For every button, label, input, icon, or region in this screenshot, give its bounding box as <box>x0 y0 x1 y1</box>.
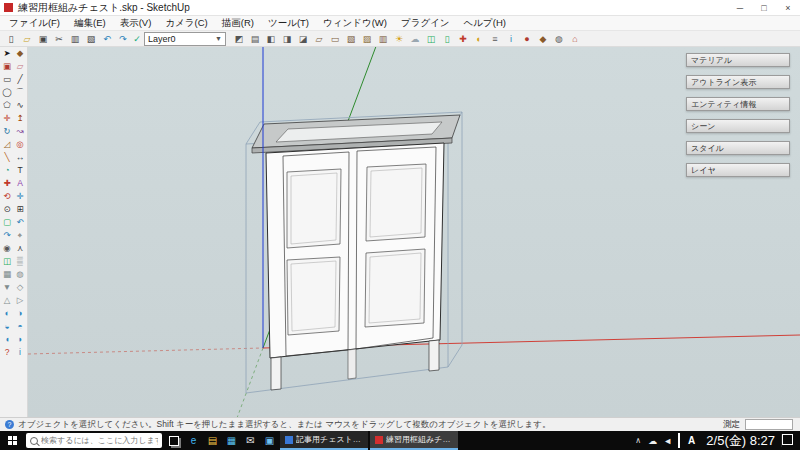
section-cut-toggle-icon[interactable]: ▯ <box>439 32 455 46</box>
model-info-button[interactable]: i <box>14 346 27 359</box>
layer-dropdown[interactable]: Layer0 ▼ <box>144 32 226 46</box>
materials-browser-icon[interactable]: ● <box>519 32 535 46</box>
taskbar-search[interactable] <box>26 433 162 448</box>
menu-item[interactable]: ウィンドウ(W) <box>316 17 394 30</box>
drape-tool[interactable]: ◇ <box>14 281 27 294</box>
taskbar-window-practice-chest[interactable]: 練習用框組みチェスト... <box>370 431 458 450</box>
text-tool[interactable]: T <box>14 164 27 177</box>
zoom-window-tool[interactable]: ⊞ <box>14 203 27 216</box>
zoom-extents-tool[interactable]: ▢ <box>1 216 14 229</box>
shadow-toggle-icon[interactable]: ☀ <box>391 32 407 46</box>
speaker-icon[interactable]: ◄ <box>660 436 675 446</box>
smoove-tool[interactable]: ◍ <box>14 268 27 281</box>
move-tool[interactable]: ✛ <box>1 112 14 125</box>
close-button[interactable]: × <box>776 0 800 15</box>
3d-text-tool[interactable]: A <box>14 177 27 190</box>
pinned-store-icon[interactable]: ▦ <box>222 431 241 450</box>
menu-item[interactable]: 描画(R) <box>215 17 261 30</box>
cabinet-center-leg[interactable] <box>348 349 356 379</box>
chevron-up-icon[interactable]: ∧ <box>631 436 645 445</box>
line-tool[interactable]: ╱ <box>14 73 27 86</box>
right-door-lower-panel[interactable] <box>365 249 425 327</box>
open-file-icon[interactable]: ▱ <box>19 32 35 46</box>
position-camera-tool[interactable]: ⌖ <box>14 229 27 242</box>
view-right-icon[interactable]: ◨ <box>279 32 295 46</box>
network-icon[interactable] <box>675 433 683 448</box>
undo-icon[interactable]: ↶ <box>99 32 115 46</box>
view-iso-icon[interactable]: ◩ <box>231 32 247 46</box>
menu-item[interactable]: 表示(V) <box>113 17 159 30</box>
protractor-tool[interactable]: ◔ <box>1 164 14 177</box>
pinned-mail-icon[interactable]: ✉ <box>241 431 260 450</box>
cabinet-model[interactable] <box>252 115 460 390</box>
action-center-button[interactable] <box>781 434 800 447</box>
panel-outliner[interactable]: アウトライン表示 <box>686 75 790 89</box>
taskbar-window-article-chest[interactable]: 記事用チェスト各種フ... <box>280 431 368 450</box>
styles-browser-icon[interactable]: ◍ <box>551 32 567 46</box>
solid-trim-tool[interactable]: ◒ <box>1 320 14 333</box>
maximize-button[interactable]: □ <box>752 0 776 15</box>
solid-union-tool[interactable]: ◐ <box>1 307 14 320</box>
walk-tool[interactable]: ⋏ <box>14 242 27 255</box>
left-door-lower-panel[interactable] <box>287 257 340 335</box>
menu-item[interactable]: 編集(E) <box>67 17 113 30</box>
components-browser-icon[interactable]: ◆ <box>535 32 551 46</box>
save-file-icon[interactable]: ▣ <box>35 32 51 46</box>
tape-measure-tool[interactable]: ╲ <box>1 151 14 164</box>
start-button[interactable] <box>0 431 24 450</box>
cabinet-right-leg[interactable] <box>429 340 439 371</box>
task-view-button[interactable] <box>164 431 184 450</box>
follow-me-tool[interactable]: ↝ <box>14 125 27 138</box>
section-plane-tool[interactable]: ◫ <box>1 255 14 268</box>
entity-info-icon[interactable]: i <box>503 32 519 46</box>
solid-subtract-tool[interactable]: ◑ <box>14 307 27 320</box>
measurements-input[interactable] <box>745 419 793 430</box>
view-back-icon[interactable]: ◪ <box>295 32 311 46</box>
offset-tool[interactable]: ◎ <box>14 138 27 151</box>
solid-split-tool[interactable]: ◖ <box>1 333 14 346</box>
polygon-tool[interactable]: ⬠ <box>1 99 14 112</box>
pinned-explorer-icon[interactable]: ▤ <box>203 431 222 450</box>
sandbox-from-contours-tool[interactable]: ▒ <box>14 255 27 268</box>
menu-item[interactable]: ツール(T) <box>261 17 316 30</box>
flip-edge-tool[interactable]: ▷ <box>14 294 27 307</box>
style-monochrome-icon[interactable]: ▥ <box>375 32 391 46</box>
add-detail-tool[interactable]: △ <box>1 294 14 307</box>
style-hidden-line-icon[interactable]: ▭ <box>327 32 343 46</box>
ime-indicator[interactable]: A <box>683 435 700 446</box>
help-icon[interactable]: ? <box>5 420 14 429</box>
right-door-upper-panel[interactable] <box>366 164 426 241</box>
axes-toggle-icon[interactable]: ✚ <box>455 32 471 46</box>
circle-tool[interactable]: ◯ <box>1 86 14 99</box>
cloud-icon[interactable]: ☁ <box>645 436 660 446</box>
modeling-canvas[interactable]: マテリアル アウトライン表示 エンティティ情報 シーン スタイル レイヤ <box>28 47 800 417</box>
zoom-tool[interactable]: ⊙ <box>1 203 14 216</box>
style-shaded-icon[interactable]: ▧ <box>343 32 359 46</box>
pinned-photos-icon[interactable]: ▣ <box>260 431 279 450</box>
cut-icon[interactable]: ✂ <box>51 32 67 46</box>
previous-view-tool[interactable]: ↶ <box>14 216 27 229</box>
section-plane-toggle-icon[interactable]: ◫ <box>423 32 439 46</box>
redo-icon[interactable]: ↷ <box>115 32 131 46</box>
minimize-button[interactable]: ─ <box>728 0 752 15</box>
axes-tool[interactable]: ✚ <box>1 177 14 190</box>
select-tool[interactable]: ➤ <box>1 47 14 60</box>
solid-intersect-tool[interactable]: ◓ <box>14 320 27 333</box>
menu-item[interactable]: プラグイン <box>394 17 457 30</box>
new-file-icon[interactable]: ▯ <box>3 32 19 46</box>
pinned-edge-icon[interactable]: e <box>184 431 203 450</box>
arc-tool[interactable]: ⌒ <box>14 86 27 99</box>
next-view-tool[interactable]: ↷ <box>1 229 14 242</box>
menu-item[interactable]: ファイル(F) <box>2 17 67 30</box>
menu-item[interactable]: カメラ(C) <box>158 17 214 30</box>
left-door-upper-panel[interactable] <box>287 169 341 248</box>
rectangle-tool[interactable]: ▭ <box>1 73 14 86</box>
fog-toggle-icon[interactable]: ☁ <box>407 32 423 46</box>
freehand-tool[interactable]: ∿ <box>14 99 27 112</box>
taskbar-clock[interactable]: 2/5(金) 8:27 <box>700 432 781 450</box>
drawing-area[interactable] <box>28 47 800 417</box>
menu-item[interactable]: ヘルプ(H) <box>457 17 513 30</box>
search-input[interactable] <box>41 436 158 445</box>
panel-styles[interactable]: スタイル <box>686 141 790 155</box>
copy-icon[interactable]: ▥ <box>67 32 83 46</box>
